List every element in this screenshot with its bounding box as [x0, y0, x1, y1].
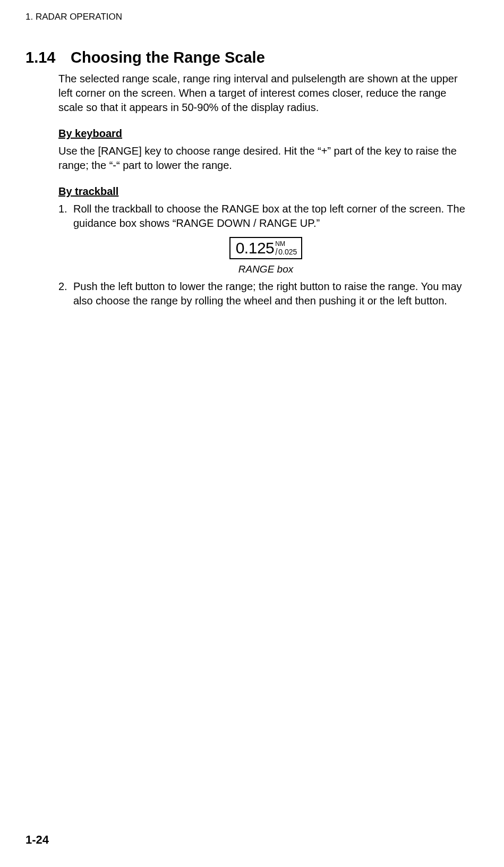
trackball-step-1: 1. Roll the trackball to choose the RANG… — [58, 202, 473, 231]
range-unit: NM — [275, 241, 297, 247]
chapter-header: 1. RADAR OPERATION — [25, 12, 479, 22]
page-number: 1-24 — [25, 833, 49, 847]
step-number: 2. — [58, 279, 73, 308]
figure-caption: RANGE box — [58, 264, 473, 275]
section-heading: 1.14 Choosing the Range Scale — [25, 49, 479, 66]
content-body: The selected range scale, range ring int… — [25, 72, 479, 308]
range-value: 0.125 — [236, 239, 275, 257]
intro-paragraph: The selected range scale, range ring int… — [58, 72, 473, 115]
keyboard-paragraph: Use the [RANGE] key to choose range desi… — [58, 144, 473, 173]
range-box-figure: 0.125 NM /0.025 — [58, 237, 473, 259]
range-interval-value: 0.025 — [278, 248, 297, 256]
section-title: Choosing the Range Scale — [71, 49, 265, 66]
step-number: 1. — [58, 202, 73, 231]
step-text: Roll the trackball to choose the RANGE b… — [73, 202, 473, 231]
step-text: Push the left button to lower the range;… — [73, 279, 473, 308]
section-number: 1.14 — [25, 49, 71, 66]
range-interval: /0.025 — [275, 247, 297, 257]
range-sub: NM /0.025 — [275, 241, 297, 257]
range-box: 0.125 NM /0.025 — [229, 237, 303, 259]
trackball-step-2: 2. Push the left button to lower the ran… — [58, 279, 473, 308]
subheading-trackball: By trackball — [58, 185, 473, 198]
subheading-keyboard: By keyboard — [58, 128, 473, 140]
